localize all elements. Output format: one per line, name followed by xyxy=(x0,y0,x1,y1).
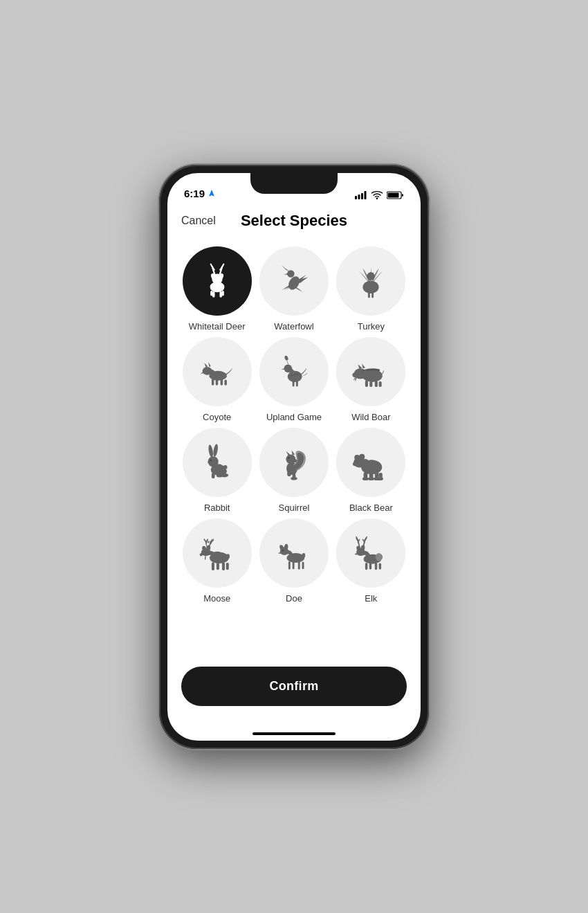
svg-rect-93 xyxy=(298,561,300,570)
species-item-wild-boar[interactable]: Wild Boar xyxy=(336,337,407,422)
svg-point-67 xyxy=(360,453,365,459)
svg-rect-28 xyxy=(212,379,214,385)
svg-rect-1 xyxy=(358,195,360,199)
wifi-icon xyxy=(371,191,383,199)
svg-rect-112 xyxy=(379,563,381,569)
svg-point-19 xyxy=(287,270,294,277)
svg-point-39 xyxy=(353,372,359,377)
svg-rect-84 xyxy=(222,562,225,570)
svg-point-65 xyxy=(353,462,358,466)
svg-point-66 xyxy=(355,454,360,460)
content-area: Whitetail Deer xyxy=(167,235,421,658)
species-circle-wild-boar xyxy=(336,337,405,406)
species-label-whitetail-deer: Whitetail Deer xyxy=(189,321,246,332)
species-item-whitetail-deer[interactable]: Whitetail Deer xyxy=(181,246,252,332)
svg-rect-43 xyxy=(379,381,382,386)
svg-rect-0 xyxy=(355,196,357,199)
species-item-squirrel[interactable]: Squirrel xyxy=(258,428,329,513)
species-circle-whitetail-deer xyxy=(183,246,252,316)
svg-point-46 xyxy=(208,444,214,458)
svg-rect-49 xyxy=(212,473,215,478)
svg-point-56 xyxy=(286,454,295,464)
species-item-moose[interactable]: Moose xyxy=(181,518,252,604)
svg-point-61 xyxy=(286,459,288,460)
species-label-wild-boar: Wild Boar xyxy=(351,412,390,422)
species-label-rabbit: Rabbit xyxy=(204,503,230,513)
black-bear-icon xyxy=(349,441,392,484)
svg-point-73 xyxy=(368,477,374,480)
svg-point-86 xyxy=(226,554,230,559)
moose-icon xyxy=(196,532,239,575)
species-circle-elk xyxy=(336,518,405,588)
battery-icon xyxy=(387,191,404,199)
svg-rect-94 xyxy=(302,561,304,568)
svg-point-72 xyxy=(362,477,369,480)
svg-rect-15 xyxy=(221,290,223,296)
svg-point-53 xyxy=(210,459,211,460)
species-label-squirrel: Squirrel xyxy=(279,503,310,513)
wild-boar-icon xyxy=(349,350,392,393)
notch xyxy=(250,173,338,194)
svg-point-59 xyxy=(291,476,297,480)
svg-rect-24 xyxy=(371,292,374,298)
species-item-elk[interactable]: Elk xyxy=(336,518,407,604)
species-item-turkey[interactable]: Turkey xyxy=(336,246,407,332)
cancel-button[interactable]: Cancel xyxy=(181,215,216,227)
species-label-coyote: Coyote xyxy=(203,412,231,422)
svg-point-51 xyxy=(216,473,222,477)
species-item-coyote[interactable]: Coyote xyxy=(181,337,252,422)
phone-screen: 6:19 xyxy=(167,173,421,741)
svg-rect-2 xyxy=(361,193,363,199)
species-circle-doe xyxy=(259,518,329,588)
page-title: Select Species xyxy=(241,212,347,230)
bottom-bar: Confirm xyxy=(167,658,421,727)
species-label-waterfowl: Waterfowl xyxy=(274,321,313,332)
svg-rect-82 xyxy=(212,562,214,570)
species-circle-coyote xyxy=(183,337,252,406)
elk-icon xyxy=(349,532,392,575)
species-circle-moose xyxy=(183,518,252,588)
svg-rect-92 xyxy=(293,561,295,568)
svg-rect-14 xyxy=(210,290,212,296)
species-circle-rabbit xyxy=(183,428,252,497)
svg-point-45 xyxy=(208,456,218,467)
time-display: 6:19 xyxy=(184,188,205,199)
phone-frame: 6:19 xyxy=(159,165,429,749)
rabbit-icon xyxy=(196,441,239,484)
species-label-turkey: Turkey xyxy=(358,321,385,332)
status-icons xyxy=(355,191,404,199)
svg-rect-42 xyxy=(375,380,378,386)
svg-rect-31 xyxy=(224,379,226,385)
svg-rect-5 xyxy=(388,192,399,197)
svg-point-57 xyxy=(287,471,291,476)
upland-game-icon xyxy=(273,350,315,393)
svg-rect-30 xyxy=(220,379,222,385)
species-item-upland-game[interactable]: Upland Game xyxy=(258,337,329,422)
svg-rect-3 xyxy=(365,191,367,199)
confirm-button[interactable]: Confirm xyxy=(181,667,407,706)
species-item-doe[interactable]: Doe xyxy=(258,518,329,604)
svg-point-34 xyxy=(284,355,289,361)
svg-rect-40 xyxy=(365,380,368,386)
species-item-waterfowl[interactable]: Waterfowl xyxy=(258,246,329,332)
svg-rect-110 xyxy=(369,563,371,569)
svg-point-52 xyxy=(223,465,227,469)
svg-rect-41 xyxy=(370,381,373,386)
svg-point-47 xyxy=(212,443,219,456)
svg-point-18 xyxy=(286,274,302,291)
svg-point-96 xyxy=(282,550,284,551)
species-label-moose: Moose xyxy=(203,593,230,604)
coyote-icon xyxy=(196,350,239,393)
svg-rect-111 xyxy=(375,562,377,569)
home-indicator xyxy=(167,727,421,741)
svg-rect-29 xyxy=(215,379,217,385)
svg-rect-23 xyxy=(368,292,370,298)
svg-point-76 xyxy=(367,460,377,464)
svg-rect-109 xyxy=(365,562,367,569)
species-circle-black-bear xyxy=(336,428,405,497)
species-circle-turkey xyxy=(336,246,405,316)
species-item-rabbit[interactable]: Rabbit xyxy=(181,428,252,513)
species-item-black-bear[interactable]: Black Bear xyxy=(336,428,407,513)
species-label-doe: Doe xyxy=(286,593,302,604)
turkey-icon xyxy=(349,260,392,302)
